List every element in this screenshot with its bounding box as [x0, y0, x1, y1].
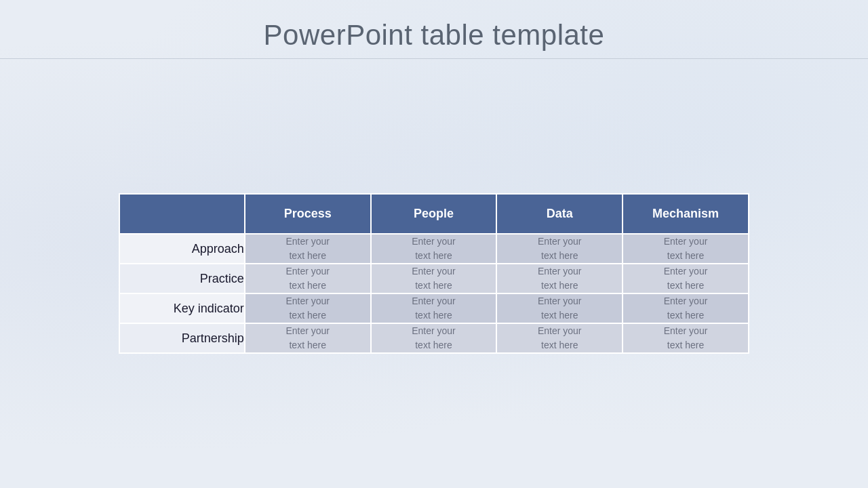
data-cell-row3-col3[interactable]: Enter yourtext here — [623, 323, 749, 353]
data-cell-row2-col0[interactable]: Enter yourtext here — [245, 293, 371, 323]
data-cell-row3-col0[interactable]: Enter yourtext here — [245, 323, 371, 353]
data-cell-row2-col2[interactable]: Enter yourtext here — [496, 293, 623, 323]
data-cell-row1-col2[interactable]: Enter yourtext here — [496, 264, 623, 293]
data-cell-row2-col1[interactable]: Enter yourtext here — [371, 293, 497, 323]
data-cell-row0-col1[interactable]: Enter yourtext here — [371, 234, 497, 264]
page-header: PowerPoint table template — [0, 0, 868, 59]
data-cell-row3-col1[interactable]: Enter yourtext here — [371, 323, 497, 353]
data-cell-row1-col0[interactable]: Enter yourtext here — [245, 264, 371, 293]
table-row: ApproachEnter yourtext hereEnter yourtex… — [119, 234, 749, 264]
main-table: Process People Data Mechanism ApproachEn… — [119, 193, 749, 354]
table-header-row: Process People Data Mechanism — [119, 194, 749, 234]
data-cell-row0-col2[interactable]: Enter yourtext here — [496, 234, 623, 264]
row-label-partnership: Partnership — [119, 323, 245, 353]
header-label-cell — [119, 194, 245, 234]
table-row: Key indicatorEnter yourtext hereEnter yo… — [119, 293, 749, 323]
header-process: Process — [245, 194, 371, 234]
table-row: PartnershipEnter yourtext hereEnter your… — [119, 323, 749, 353]
data-cell-row3-col2[interactable]: Enter yourtext here — [496, 323, 623, 353]
row-label-key-indicator: Key indicator — [119, 293, 245, 323]
table-container: Process People Data Mechanism ApproachEn… — [119, 193, 749, 354]
table-row: PracticeEnter yourtext hereEnter yourtex… — [119, 264, 749, 293]
page-title: PowerPoint table template — [0, 19, 868, 52]
data-cell-row2-col3[interactable]: Enter yourtext here — [623, 293, 749, 323]
row-label-practice: Practice — [119, 264, 245, 293]
data-cell-row0-col3[interactable]: Enter yourtext here — [623, 234, 749, 264]
data-cell-row0-col0[interactable]: Enter yourtext here — [245, 234, 371, 264]
data-cell-row1-col1[interactable]: Enter yourtext here — [371, 264, 497, 293]
header-mechanism: Mechanism — [623, 194, 749, 234]
header-people: People — [371, 194, 497, 234]
content-area: Process People Data Mechanism ApproachEn… — [0, 59, 868, 488]
header-data: Data — [496, 194, 623, 234]
data-cell-row1-col3[interactable]: Enter yourtext here — [623, 264, 749, 293]
row-label-approach: Approach — [119, 234, 245, 264]
